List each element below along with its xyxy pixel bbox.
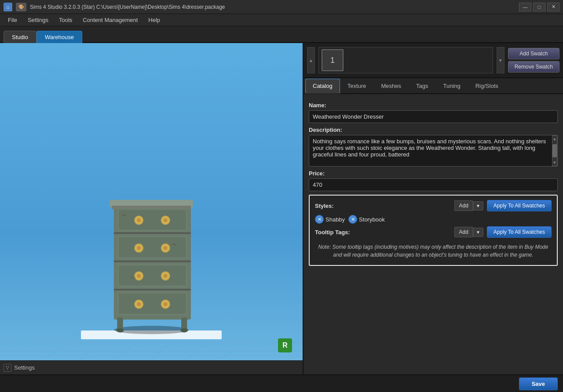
menu-help[interactable]: Help bbox=[144, 15, 165, 25]
svg-rect-45 bbox=[119, 294, 186, 314]
description-scrollbar[interactable]: ▲ ▼ bbox=[552, 135, 557, 166]
right-panel: ▲ 1 ▼ Add Swatch Remove Swatch Catalog T… bbox=[303, 43, 563, 374]
minimize-button[interactable]: — bbox=[519, 3, 531, 11]
viewport-3d[interactable]: R bbox=[0, 43, 303, 360]
menu-bar: File Settings Tools Content Management H… bbox=[0, 14, 563, 26]
bottom-bar: Save bbox=[0, 374, 563, 392]
svg-rect-19 bbox=[114, 289, 191, 290]
palette-icon: 🎨 bbox=[16, 3, 26, 11]
settings-bar: ▽ Settings bbox=[0, 360, 303, 374]
svg-point-27 bbox=[163, 218, 167, 222]
tab-rig-slots[interactable]: Rig/Slots bbox=[468, 79, 506, 94]
tooltip-apply-button[interactable]: Apply To All Swatches bbox=[487, 226, 552, 238]
svg-point-35 bbox=[163, 246, 167, 250]
remove-swatch-button[interactable]: Remove Swatch bbox=[508, 61, 559, 73]
price-input[interactable] bbox=[309, 178, 558, 191]
title-bar: ⌂ 🎨 Sims 4 Studio 3.2.0.3 (Star) C:\User… bbox=[0, 0, 563, 14]
tab-tuning[interactable]: Tuning bbox=[435, 79, 468, 94]
app-icon: ⌂ bbox=[4, 3, 12, 11]
description-textarea[interactable] bbox=[309, 135, 552, 166]
menu-content-management[interactable]: Content Management bbox=[78, 15, 142, 25]
settings-expand-button[interactable]: ▽ bbox=[4, 364, 11, 372]
styles-label: Styles: bbox=[315, 203, 451, 209]
styles-section: Styles: Add ▼ Apply To All Swatches ✕ Sh… bbox=[309, 195, 558, 266]
add-swatch-button[interactable]: Add Swatch bbox=[508, 48, 559, 59]
swatch-scroll-area: 1 bbox=[318, 47, 493, 73]
styles-apply-button[interactable]: Apply To All Swatches bbox=[487, 200, 552, 211]
swatch-buttons: Add Swatch Remove Swatch bbox=[508, 48, 559, 73]
close-button[interactable]: ✕ bbox=[547, 3, 559, 11]
swatch-item[interactable]: 1 bbox=[322, 49, 344, 71]
catalog-tabs: Catalog Texture Meshes Tags Tuning Rig/S… bbox=[303, 78, 563, 94]
description-field-wrapper: ▲ ▼ bbox=[309, 135, 558, 167]
style-tag-shabby-remove[interactable]: ✕ bbox=[315, 215, 324, 224]
main-content: R ▽ Settings ▲ 1 ▼ Add Swatch Remove Swa… bbox=[0, 43, 563, 374]
svg-point-9 bbox=[114, 326, 189, 334]
name-label: Name: bbox=[309, 102, 558, 109]
svg-point-51 bbox=[163, 302, 167, 306]
style-tag-storybook-remove[interactable]: ✕ bbox=[348, 215, 357, 224]
svg-rect-37 bbox=[119, 265, 186, 285]
viewport-panel: R ▽ Settings bbox=[0, 43, 303, 374]
tab-texture[interactable]: Texture bbox=[340, 79, 374, 94]
svg-rect-14 bbox=[181, 317, 187, 330]
price-label: Price: bbox=[309, 170, 558, 177]
styles-add-button[interactable]: Add bbox=[454, 200, 473, 211]
name-input[interactable] bbox=[309, 110, 558, 123]
save-button[interactable]: Save bbox=[519, 377, 558, 390]
tab-meshes[interactable]: Meshes bbox=[373, 79, 409, 94]
style-tag-shabby-label: Shabby bbox=[325, 216, 345, 223]
svg-point-43 bbox=[163, 274, 167, 278]
swatch-scroll-up[interactable]: ▲ bbox=[307, 47, 315, 73]
tooltip-tags-label: Tooltip Tags: bbox=[315, 229, 451, 236]
tab-catalog[interactable]: Catalog bbox=[305, 79, 340, 94]
style-tag-storybook-label: Storybook bbox=[359, 216, 385, 223]
tooltip-note: Note: Some tooltip tags (including motiv… bbox=[315, 241, 552, 261]
scrollbar-thumb bbox=[552, 144, 557, 157]
svg-rect-17 bbox=[114, 232, 191, 234]
style-tag-storybook: ✕ Storybook bbox=[348, 215, 385, 224]
dresser-3d-model bbox=[85, 182, 217, 336]
svg-point-24 bbox=[137, 218, 141, 222]
svg-point-16 bbox=[180, 328, 188, 332]
catalog-content: Name: Description: ▲ ▼ Price: Styles: bbox=[303, 94, 563, 374]
tooltip-add-button[interactable]: Add bbox=[454, 227, 473, 237]
svg-rect-18 bbox=[114, 261, 191, 262]
description-label: Description: bbox=[309, 127, 558, 133]
svg-rect-29 bbox=[119, 237, 186, 257]
styles-row: Styles: Add ▼ Apply To All Swatches bbox=[315, 200, 552, 211]
main-tab-bar: Studio Warehouse bbox=[0, 26, 563, 43]
maximize-button[interactable]: □ bbox=[533, 3, 545, 11]
tooltip-add-dropdown: Add ▼ bbox=[454, 227, 483, 237]
svg-rect-21 bbox=[119, 210, 186, 229]
svg-point-40 bbox=[137, 274, 141, 278]
menu-settings[interactable]: Settings bbox=[23, 15, 53, 25]
styles-add-arrow[interactable]: ▼ bbox=[473, 201, 483, 211]
swatch-scroll-down[interactable]: ▼ bbox=[497, 47, 505, 73]
tab-studio[interactable]: Studio bbox=[4, 31, 37, 43]
styles-add-dropdown: Add ▼ bbox=[454, 200, 483, 211]
window-controls: — □ ✕ bbox=[519, 3, 559, 11]
svg-rect-13 bbox=[117, 317, 123, 330]
svg-point-15 bbox=[117, 328, 124, 332]
tooltip-add-arrow[interactable]: ▼ bbox=[473, 228, 483, 237]
svg-point-48 bbox=[137, 302, 141, 306]
menu-tools[interactable]: Tools bbox=[55, 15, 77, 25]
style-tags: ✕ Shabby ✕ Storybook bbox=[315, 215, 552, 224]
swatch-bar: ▲ 1 ▼ Add Swatch Remove Swatch bbox=[303, 43, 563, 78]
menu-file[interactable]: File bbox=[4, 15, 22, 25]
style-tag-shabby: ✕ Shabby bbox=[315, 215, 345, 224]
settings-label: Settings bbox=[14, 364, 35, 371]
r-badge: R bbox=[278, 338, 292, 352]
svg-point-32 bbox=[137, 246, 141, 250]
title-text: Sims 4 Studio 3.2.0.3 (Star) C:\Users\[U… bbox=[30, 4, 515, 10]
tab-tags[interactable]: Tags bbox=[409, 79, 435, 94]
tab-warehouse[interactable]: Warehouse bbox=[37, 31, 82, 43]
tooltip-tags-row: Tooltip Tags: Add ▼ Apply To All Swatche… bbox=[315, 226, 552, 238]
